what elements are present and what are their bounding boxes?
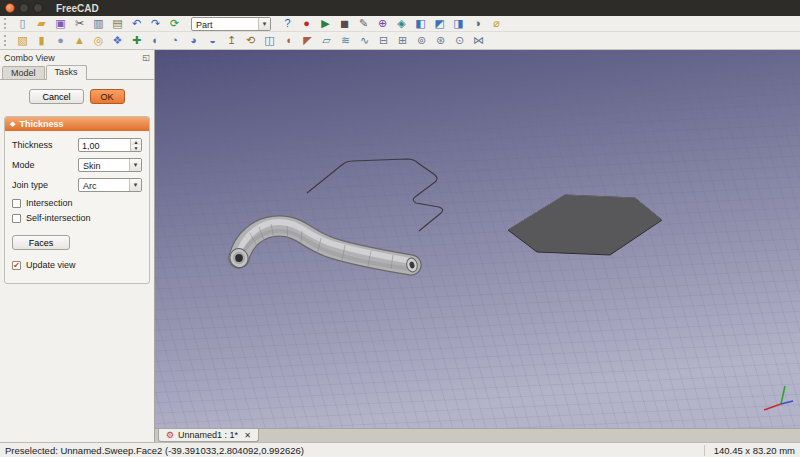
- combo-view-tabs: Model Tasks: [0, 64, 154, 80]
- faces-button[interactable]: Faces: [12, 235, 70, 250]
- ruled-surface-icon[interactable]: ▱: [317, 33, 336, 48]
- 3d-viewport[interactable]: [155, 50, 800, 428]
- document-new-icon[interactable]: ▯: [13, 16, 32, 31]
- view-right-icon[interactable]: ◨: [449, 16, 468, 31]
- toolbar-handle[interactable]: [4, 35, 9, 46]
- view-isometric-icon[interactable]: ◈: [392, 16, 411, 31]
- self-intersection-checkbox[interactable]: Self-intersection: [12, 213, 142, 223]
- macro-stop-icon[interactable]: ◼: [335, 16, 354, 31]
- mode-row: Mode Skin ▾: [12, 158, 142, 172]
- paste-icon[interactable]: ▤: [108, 16, 127, 31]
- part-cylinder-icon[interactable]: ▮: [32, 33, 51, 48]
- thickness-spinbox[interactable]: 1,00 ▲ ▼: [78, 138, 142, 152]
- thickness-row: Thickness 1,00 ▲ ▼: [12, 138, 142, 152]
- thickness-panel-header[interactable]: ◆ Thickness: [5, 117, 149, 131]
- join-type-selected-value: Arc: [79, 179, 129, 191]
- chamfer-icon[interactable]: ◤: [298, 33, 317, 48]
- document-tab[interactable]: ⚙ Unnamed1 : 1* ✕: [158, 429, 259, 442]
- view-top-icon[interactable]: ◩: [430, 16, 449, 31]
- section-icon[interactable]: ⊟: [374, 33, 393, 48]
- mirror-icon[interactable]: ◫: [260, 33, 279, 48]
- join-type-select[interactable]: Arc ▾: [78, 178, 142, 192]
- cross-sections-icon[interactable]: ⊞: [393, 33, 412, 48]
- document-save-icon[interactable]: ▣: [51, 16, 70, 31]
- thickness-task-box: ◆ Thickness Thickness 1,00 ▲ ▼: [4, 116, 150, 284]
- macro-view-toolbar-group: ? ● ▶ ◼ ✎ ⊕ ◈ ◧ ◩ ◨ ◑ ⌀: [278, 16, 506, 31]
- loft-icon[interactable]: ≋: [336, 33, 355, 48]
- dropdown-arrow-icon[interactable]: ▾: [258, 18, 270, 30]
- tab-model[interactable]: Model: [2, 66, 45, 79]
- offset-2d-icon[interactable]: ⊛: [431, 33, 450, 48]
- thickness-panel-title: Thickness: [19, 119, 63, 129]
- workbench-selector[interactable]: Part ▾: [191, 17, 271, 31]
- intersection-checkbox[interactable]: Intersection: [12, 198, 142, 208]
- part-toolbar-group: ▧ ▮ ● ▲ ◎ ❖ ✚ ◐ ◔ ◕ ◒ ↥: [13, 33, 488, 48]
- dropdown-arrow-icon[interactable]: ▾: [129, 159, 141, 171]
- boolean-union-icon[interactable]: ◕: [184, 33, 203, 48]
- cut-icon[interactable]: ✂: [70, 16, 89, 31]
- mode-select[interactable]: Skin ▾: [78, 158, 142, 172]
- update-view-label: Update view: [26, 260, 76, 270]
- offset-3d-icon[interactable]: ⊚: [412, 33, 431, 48]
- refresh-icon[interactable]: ⟳: [165, 16, 184, 31]
- draw-style-icon[interactable]: ◑: [468, 16, 487, 31]
- tab-close-icon[interactable]: ✕: [244, 431, 251, 440]
- shape-builder-icon[interactable]: ✚: [127, 33, 146, 48]
- document-tab-bar: ⚙ Unnamed1 : 1* ✕: [155, 428, 800, 442]
- boolean-icon[interactable]: ◐: [146, 33, 165, 48]
- document-open-icon[interactable]: ▰: [32, 16, 51, 31]
- part-sphere-icon[interactable]: ●: [51, 33, 70, 48]
- macro-record-icon[interactable]: ●: [297, 16, 316, 31]
- redo-icon[interactable]: ↷: [146, 16, 165, 31]
- spin-down-button[interactable]: ▼: [131, 145, 141, 151]
- toolbar-handle[interactable]: [4, 18, 9, 29]
- freecad-window: FreeCAD ▯ ▰ ▣ ✂ ▥ ▤ ↶ ↷ ⟳: [0, 0, 800, 457]
- fillet-icon[interactable]: ◖: [279, 33, 298, 48]
- boolean-intersection-icon[interactable]: ◒: [203, 33, 222, 48]
- view-fit-all-icon[interactable]: ⊕: [373, 16, 392, 31]
- window-close-button[interactable]: [5, 3, 15, 13]
- part-primitives-icon[interactable]: ❖: [108, 33, 127, 48]
- revolve-icon[interactable]: ⟲: [241, 33, 260, 48]
- extrude-icon[interactable]: ↥: [222, 33, 241, 48]
- macro-edit-icon[interactable]: ✎: [354, 16, 373, 31]
- combo-view-title: Combo View: [4, 53, 142, 63]
- combo-view-header: Combo View ◱: [0, 50, 154, 64]
- boolean-cut-icon[interactable]: ◔: [165, 33, 184, 48]
- combo-view-panel: Combo View ◱ Model Tasks Cancel OK ◆ Thi…: [0, 50, 155, 442]
- window-title: FreeCAD: [56, 3, 99, 14]
- copy-icon[interactable]: ▥: [89, 16, 108, 31]
- checkbox-icon[interactable]: [12, 214, 21, 223]
- window-minimize-button[interactable]: [19, 3, 29, 13]
- tasks-panel: Cancel OK ◆ Thickness Thickness 1,00: [0, 80, 154, 442]
- viewport-dimensions: 140.45 x 83.20 mm: [704, 445, 795, 456]
- window-maximize-button[interactable]: [33, 3, 43, 13]
- join-type-label: Join type: [12, 180, 78, 190]
- freecad-document-icon: ⚙: [166, 430, 174, 440]
- part-box-icon[interactable]: ▧: [13, 33, 32, 48]
- panel-float-icon[interactable]: ◱: [142, 53, 150, 62]
- sweep-icon[interactable]: ∿: [355, 33, 374, 48]
- thickness-value[interactable]: 1,00: [79, 139, 130, 151]
- projection-icon[interactable]: ⋈: [469, 33, 488, 48]
- part-torus-icon[interactable]: ◎: [89, 33, 108, 48]
- thickness-form: Thickness 1,00 ▲ ▼ Mode: [5, 131, 149, 283]
- macro-play-icon[interactable]: ▶: [316, 16, 335, 31]
- measure-icon[interactable]: ⌀: [487, 16, 506, 31]
- file-edit-toolbar-group: ▯ ▰ ▣ ✂ ▥ ▤ ↶ ↷ ⟳: [13, 16, 184, 31]
- status-message: Preselected: Unnamed.Sweep.Face2 (-39.39…: [5, 445, 704, 456]
- checkbox-icon[interactable]: [12, 199, 21, 208]
- tab-tasks[interactable]: Tasks: [46, 65, 87, 80]
- update-view-checkbox[interactable]: ✔ Update view: [12, 260, 142, 270]
- mode-selected-value: Skin: [79, 159, 129, 171]
- undo-icon[interactable]: ↶: [127, 16, 146, 31]
- thickness-panel-icon: ◆: [10, 120, 15, 128]
- ok-button[interactable]: OK: [90, 89, 125, 104]
- cancel-button[interactable]: Cancel: [29, 89, 83, 104]
- whats-this-icon[interactable]: ?: [278, 16, 297, 31]
- part-cone-icon[interactable]: ▲: [70, 33, 89, 48]
- dropdown-arrow-icon[interactable]: ▾: [129, 179, 141, 191]
- thickness-icon[interactable]: ⊙: [450, 33, 469, 48]
- checkmark-icon[interactable]: ✔: [12, 261, 21, 270]
- view-front-icon[interactable]: ◧: [411, 16, 430, 31]
